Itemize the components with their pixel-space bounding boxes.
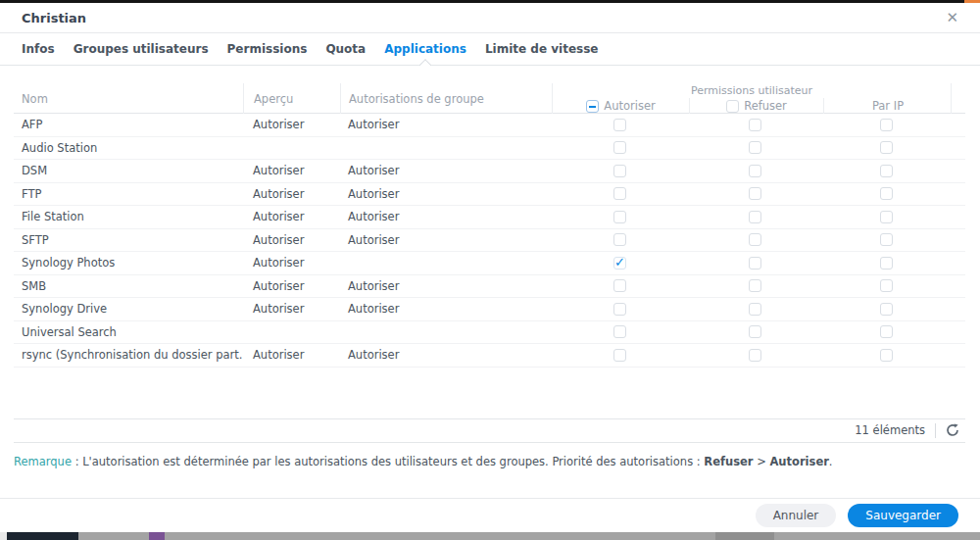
column-header-par-ip: Par IP [823, 98, 952, 114]
app-group-auth [340, 137, 552, 160]
column-header-autorisations-groupe[interactable]: Autorisations de groupe [340, 83, 552, 114]
byip-checkbox[interactable] [880, 141, 893, 154]
priority-gt: > [753, 455, 769, 468]
table-row[interactable]: Synology Photos Autoriser [14, 252, 965, 275]
deny-checkbox[interactable] [749, 303, 761, 316]
permissions-subheaders: Autoriser Refuser Par IP [553, 98, 951, 114]
deny-checkbox[interactable] [749, 279, 761, 292]
tab-applications[interactable]: Applications [384, 33, 466, 65]
desktop-bottom-sliver [0, 532, 980, 540]
cancel-button[interactable]: Annuler [756, 504, 837, 527]
desktop-fragment [0, 532, 7, 540]
app-group-auth: Autoriser [340, 298, 552, 320]
deny-checkbox[interactable] [749, 257, 761, 270]
column-header-nom[interactable]: Nom [14, 83, 243, 114]
byip-checkbox[interactable] [880, 211, 893, 223]
save-button[interactable]: Sauvegarder [848, 504, 958, 527]
select-all-deny-checkbox[interactable] [726, 100, 739, 113]
table-row[interactable]: Synology Drive Autoriser Autoriser [14, 298, 965, 321]
row-gutter [951, 183, 965, 206]
app-preview: Autoriser [243, 252, 340, 274]
app-preview: Autoriser [243, 344, 340, 367]
deny-checkbox[interactable] [749, 211, 761, 223]
tab-limite-de-vitesse[interactable]: Limite de vitesse [485, 33, 599, 65]
byip-checkbox[interactable] [880, 303, 893, 316]
byip-checkbox[interactable] [880, 349, 893, 362]
byip-checkbox[interactable] [880, 233, 893, 246]
allow-checkbox[interactable] [613, 233, 626, 246]
tab-infos[interactable]: Infos [22, 33, 55, 65]
table-row[interactable]: Universal Search [14, 321, 965, 345]
refuser-label: Refuser [744, 99, 787, 113]
select-all-allow-checkbox[interactable] [586, 100, 599, 113]
header-gutter [951, 83, 965, 114]
byip-checkbox[interactable] [880, 279, 893, 292]
app-name: Universal Search [14, 321, 243, 344]
app-group-auth: Autoriser [340, 344, 552, 367]
app-preview: Autoriser [243, 298, 340, 320]
table-row[interactable]: SFTP Autoriser Autoriser [14, 229, 965, 253]
table-row[interactable]: rsync (Synchronisation du dossier part..… [14, 344, 965, 368]
table-row[interactable]: FTP Autoriser Autoriser [14, 183, 965, 207]
app-group-auth: Autoriser [340, 183, 552, 206]
byip-checkbox[interactable] [880, 119, 893, 131]
user-settings-dialog: Christian ✕ Infos Groupes utilisateurs P… [0, 0, 980, 540]
table-footer: 11 éléments [14, 418, 965, 443]
allow-checkbox[interactable] [613, 257, 626, 270]
table-row[interactable]: Audio Station [14, 137, 965, 161]
tab-groupes-utilisateurs[interactable]: Groupes utilisateurs [74, 33, 209, 65]
app-group-auth: Autoriser [340, 206, 552, 228]
table-row[interactable]: SMB Autoriser Autoriser [14, 275, 965, 299]
table-row[interactable]: AFP Autoriser Autoriser [14, 114, 965, 137]
deny-checkbox[interactable] [749, 187, 761, 200]
row-gutter [951, 137, 965, 160]
app-group-auth [340, 252, 552, 274]
footer-divider [935, 423, 936, 438]
deny-checkbox[interactable] [749, 141, 761, 154]
row-gutter [951, 321, 965, 344]
app-preview: Autoriser [243, 160, 340, 182]
allow-checkbox[interactable] [613, 279, 626, 292]
close-icon[interactable]: ✕ [946, 11, 958, 25]
table-empty-space [14, 368, 965, 418]
row-gutter [951, 229, 965, 252]
allow-checkbox[interactable] [613, 119, 626, 131]
byip-checkbox[interactable] [880, 257, 893, 270]
byip-checkbox[interactable] [880, 325, 893, 338]
byip-checkbox[interactable] [880, 165, 893, 177]
allow-checkbox[interactable] [613, 165, 626, 177]
allow-checkbox[interactable] [613, 141, 626, 154]
tab-permissions[interactable]: Permissions [227, 33, 308, 65]
deny-checkbox[interactable] [749, 119, 761, 131]
tab-bar: Infos Groupes utilisateurs Permissions Q… [0, 33, 980, 66]
table-row[interactable]: DSM Autoriser Autoriser [14, 160, 965, 183]
deny-checkbox[interactable] [749, 349, 761, 362]
table-body: AFP Autoriser Autoriser Audio Station DS [14, 114, 965, 368]
deny-checkbox[interactable] [749, 325, 761, 338]
row-gutter [951, 160, 965, 182]
refresh-icon[interactable] [946, 423, 959, 437]
column-header-apercu[interactable]: Aperçu [243, 83, 340, 114]
row-gutter [951, 114, 965, 136]
tab-quota[interactable]: Quota [325, 33, 366, 65]
allow-checkbox[interactable] [613, 187, 626, 200]
par-ip-label: Par IP [872, 99, 904, 113]
column-header-refuser: Refuser [689, 98, 823, 114]
column-group-permissions-utilisateur: Permissions utilisateur Autoriser Refuse… [552, 83, 951, 114]
desktop-fragment [7, 532, 78, 540]
allow-checkbox[interactable] [613, 303, 626, 316]
allow-checkbox[interactable] [613, 325, 626, 338]
dialog-footer: Annuler Sauvegarder [0, 498, 980, 532]
deny-checkbox[interactable] [749, 165, 761, 177]
byip-checkbox[interactable] [880, 187, 893, 200]
app-group-auth: Autoriser [340, 275, 552, 298]
app-name: AFP [14, 114, 243, 136]
app-name: Audio Station [14, 137, 243, 160]
allow-checkbox[interactable] [613, 349, 626, 362]
deny-checkbox[interactable] [749, 233, 761, 246]
column-header-autoriser: Autoriser [553, 98, 689, 114]
app-name: SFTP [14, 229, 243, 252]
app-name: FTP [14, 183, 243, 206]
allow-checkbox[interactable] [613, 211, 626, 223]
table-row[interactable]: File Station Autoriser Autoriser [14, 206, 965, 229]
